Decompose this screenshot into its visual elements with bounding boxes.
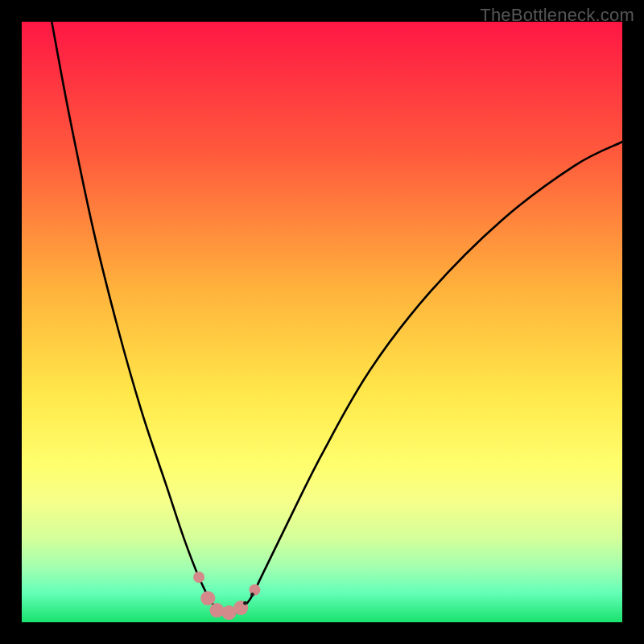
dark-dot [243, 601, 247, 605]
highlight-dot [193, 572, 204, 583]
highlight-dot [209, 603, 224, 617]
dark-dot [250, 592, 254, 597]
bottleneck-chart [22, 22, 622, 622]
highlight-dot [200, 591, 215, 605]
chart-frame: TheBottleneck.com [0, 0, 644, 644]
watermark-text: TheBottleneck.com [480, 5, 634, 26]
gradient-background [22, 22, 622, 622]
